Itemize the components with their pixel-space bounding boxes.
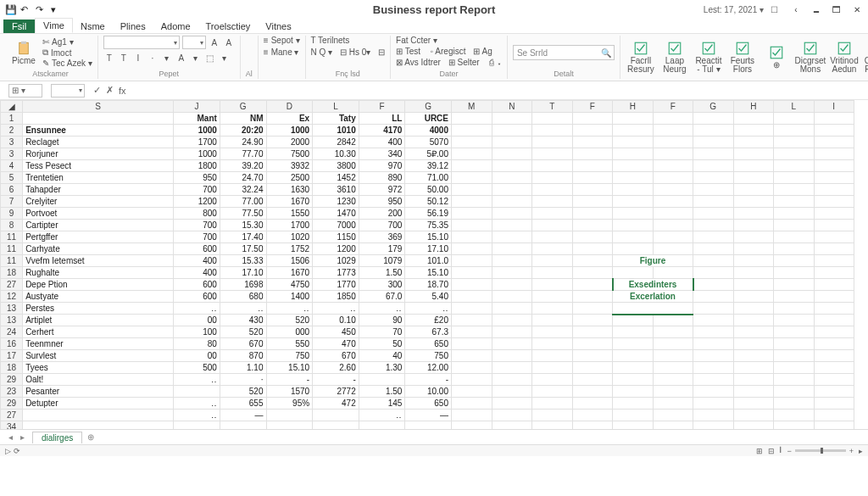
cell[interactable] <box>733 220 774 231</box>
minimize-button[interactable]: 🗕 <box>810 3 822 15</box>
cell[interactable] <box>814 220 854 231</box>
cell[interactable]: 750 <box>405 350 452 362</box>
cell[interactable]: 650 <box>405 338 452 350</box>
cell[interactable]: 17.50 <box>220 243 266 255</box>
cell[interactable]: 15.10 <box>405 231 452 243</box>
column-header[interactable]: F <box>572 101 613 113</box>
cell[interactable]: 430 <box>220 315 266 326</box>
cell[interactable] <box>492 350 532 362</box>
cell[interactable] <box>532 315 573 326</box>
cell[interactable]: 145 <box>359 398 405 410</box>
cell[interactable] <box>572 386 613 398</box>
cell[interactable] <box>532 125 573 137</box>
cell[interactable] <box>532 362 573 374</box>
cell[interactable] <box>452 279 492 291</box>
cell[interactable] <box>572 220 613 231</box>
cell[interactable]: LL <box>359 113 405 125</box>
cell[interactable]: 680 <box>220 291 266 303</box>
cell[interactable] <box>693 350 734 362</box>
cell[interactable]: 450 <box>313 326 359 338</box>
ribbon-options-icon[interactable]: ‹ <box>790 3 802 15</box>
maximize-button[interactable]: 🗖 <box>831 3 843 15</box>
cell[interactable]: Oalt! <box>23 374 174 386</box>
cell[interactable]: 1506 <box>266 255 313 267</box>
cell[interactable]: Cerhert <box>23 326 174 338</box>
cell[interactable]: Tyees <box>23 362 174 374</box>
num3-btn[interactable]: ⊟ <box>378 47 385 57</box>
cell[interactable] <box>492 255 532 267</box>
cell[interactable] <box>814 303 854 315</box>
cell[interactable] <box>492 196 532 208</box>
cell[interactable]: 2772 <box>313 386 359 398</box>
cell[interactable] <box>492 374 532 386</box>
row-header[interactable]: 1 <box>1 113 23 125</box>
cell[interactable]: 520 <box>220 326 266 338</box>
cell[interactable] <box>23 113 174 125</box>
cell[interactable] <box>613 386 654 398</box>
cell[interactable] <box>733 196 774 208</box>
cell[interactable] <box>532 184 573 196</box>
cell[interactable] <box>653 386 693 398</box>
cell[interactable]: 1770 <box>313 279 359 291</box>
cell[interactable]: ‥ <box>359 303 405 315</box>
decrease-font-icon[interactable]: A <box>223 36 235 48</box>
cell[interactable]: 655 <box>220 398 266 410</box>
cell[interactable] <box>733 208 774 220</box>
cell[interactable] <box>693 303 734 315</box>
cell[interactable]: 650 <box>405 398 452 410</box>
cell[interactable] <box>653 315 693 326</box>
row-header[interactable]: 2 <box>1 125 23 137</box>
cell[interactable] <box>452 386 492 398</box>
cell[interactable] <box>693 137 734 148</box>
separator-dd[interactable]: ≡Sepot ▾ <box>264 36 300 45</box>
cell[interactable] <box>814 362 854 374</box>
cell[interactable] <box>572 196 613 208</box>
cell[interactable] <box>572 410 613 421</box>
fatccter-dd[interactable]: Fat Ccter ▾ <box>396 36 437 45</box>
num2-btn[interactable]: ⊟ Hs 0▾ <box>340 47 370 57</box>
cell[interactable] <box>653 220 693 231</box>
cell[interactable] <box>653 338 693 350</box>
cell[interactable]: 1773 <box>313 267 359 279</box>
zoom-slider[interactable]: −+ <box>787 447 854 455</box>
cell[interactable] <box>532 398 573 410</box>
cell[interactable] <box>613 267 654 279</box>
cell[interactable]: 700 <box>359 220 405 231</box>
cell[interactable]: 670 <box>220 338 266 350</box>
redo-icon[interactable]: ↷ <box>36 4 46 14</box>
name-box-dd[interactable] <box>51 84 85 98</box>
cell[interactable] <box>774 350 815 362</box>
increase-font-icon[interactable]: A <box>209 36 220 48</box>
cell[interactable] <box>492 172 532 184</box>
cell[interactable]: 2500 <box>266 172 313 184</box>
cell[interactable]: ‥ <box>174 374 220 386</box>
cell[interactable] <box>266 410 313 421</box>
cell[interactable] <box>492 208 532 220</box>
cell[interactable] <box>693 231 734 243</box>
font-size-combo[interactable] <box>182 36 206 49</box>
cell[interactable]: Reclaget <box>23 137 174 148</box>
cell[interactable]: 50.12 <box>405 196 452 208</box>
cell[interactable]: 0.10 <box>313 315 359 326</box>
cell[interactable] <box>359 374 405 386</box>
undo-icon[interactable]: ↶ <box>20 4 31 14</box>
cell[interactable] <box>814 172 854 184</box>
cell[interactable]: 000 <box>266 326 313 338</box>
cell[interactable] <box>693 267 734 279</box>
cell[interactable] <box>693 160 734 172</box>
cell[interactable]: 750 <box>266 350 313 362</box>
cell[interactable] <box>532 208 573 220</box>
cell[interactable] <box>733 303 774 315</box>
cell[interactable]: — <box>220 410 266 421</box>
cell[interactable]: 32.24 <box>220 184 266 196</box>
cell[interactable] <box>532 255 573 267</box>
cell[interactable]: Carhyate <box>23 243 174 255</box>
cell[interactable] <box>452 350 492 362</box>
cell[interactable]: ‥ <box>313 303 359 315</box>
cell[interactable] <box>572 350 613 362</box>
cell[interactable] <box>774 208 815 220</box>
cell[interactable]: 2842 <box>313 137 359 148</box>
cell[interactable] <box>532 160 573 172</box>
row-header[interactable]: 11 <box>1 231 23 243</box>
cell[interactable] <box>693 243 734 255</box>
